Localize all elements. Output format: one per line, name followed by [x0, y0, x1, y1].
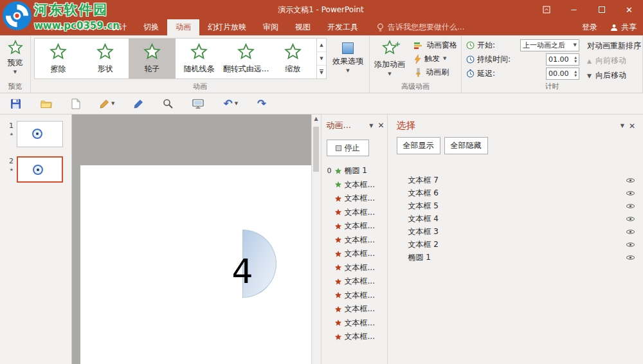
close-pane-icon[interactable]: ✕	[629, 122, 635, 131]
open-button[interactable]	[41, 99, 52, 109]
redo-button[interactable]: ↷	[257, 98, 266, 109]
shape-name-label: 文本框 5	[408, 201, 626, 212]
animation-list-item[interactable]: 文本框...	[327, 330, 385, 344]
ribbon-tab[interactable]: 视图	[287, 19, 319, 35]
edit-pen-button[interactable]	[134, 99, 143, 109]
minimize-button[interactable]: ─	[560, 0, 588, 19]
slide-thumbnail-preview[interactable]	[17, 121, 63, 147]
gallery-scroll-up-button[interactable]: ▲	[317, 39, 326, 52]
animation-effect-item[interactable]: 擦除	[35, 39, 82, 78]
ribbon-tab[interactable]: 设计	[103, 19, 135, 35]
slide-canvas[interactable]: 4	[72, 114, 311, 364]
ribbon-tab[interactable]: 开发工具	[319, 19, 367, 35]
visibility-eye-icon[interactable]	[626, 177, 635, 183]
slide[interactable]: 4	[80, 165, 311, 364]
screenshot-button[interactable]	[192, 99, 204, 109]
visibility-eye-icon[interactable]	[626, 229, 635, 235]
tellme-box[interactable]: 告诉我您想要做什么...	[377, 19, 464, 35]
ribbon-display-options-button[interactable]	[532, 0, 560, 19]
animation-painter-button[interactable]: 动画刷	[412, 66, 460, 78]
selection-list-item[interactable]: 文本框 6	[397, 187, 636, 199]
duration-input[interactable]: 01.00 ▲▼	[546, 53, 579, 66]
selection-list-item[interactable]: 文本框 7	[397, 174, 636, 187]
scrollbar-thumb[interactable]	[313, 127, 319, 172]
move-later-button[interactable]: ▼ 向后移动	[587, 70, 641, 81]
ribbon-tab[interactable]: 动画	[167, 19, 199, 35]
animation-indicator-icon[interactable]: ★	[10, 132, 14, 137]
animation-list-item[interactable]: 文本框...	[327, 206, 385, 220]
selection-list-item[interactable]: 文本框 5	[397, 199, 636, 212]
selection-list-item[interactable]: 椭圆 1	[397, 251, 636, 264]
animation-item-label: 文本框...	[345, 248, 375, 259]
share-button[interactable]: 共享	[610, 19, 637, 35]
slide-thumbnail[interactable]: 1 ★	[0, 121, 71, 147]
animation-list-item[interactable]: 0 椭圆 1	[327, 164, 385, 178]
hide-all-button[interactable]: 全部隐藏	[444, 137, 488, 154]
animation-list-item[interactable]: 文本框...	[327, 247, 385, 261]
animation-indicator-icon[interactable]: ★	[10, 167, 14, 172]
animation-list-item[interactable]: 文本框...	[327, 316, 385, 331]
vertical-scrollbar[interactable]: ▲	[311, 114, 321, 364]
animation-effect-item[interactable]: 轮子	[129, 39, 176, 78]
save-button[interactable]	[10, 98, 21, 109]
animation-list-item[interactable]: 文本框...	[327, 275, 385, 289]
selection-list-item[interactable]: 文本框 2	[397, 238, 636, 251]
ribbon-tab[interactable]: 插入	[71, 19, 103, 35]
animation-list-item[interactable]: 文本框...	[327, 289, 385, 303]
stop-button[interactable]: 停止	[327, 140, 369, 156]
animation-list-item[interactable]: 文本框...	[327, 261, 385, 275]
trigger-button[interactable]: 触发 ▼	[412, 53, 460, 65]
chevron-down-icon[interactable]: ▼	[620, 123, 624, 129]
animation-effect-item[interactable]: 随机线条	[176, 39, 222, 78]
visibility-eye-icon[interactable]	[626, 203, 635, 209]
slide-thumbnail[interactable]: 2 ★	[0, 156, 71, 183]
animation-effect-item[interactable]: 形状	[82, 39, 129, 78]
visibility-eye-icon[interactable]	[626, 190, 635, 196]
ribbon-tab[interactable]: 审阅	[255, 19, 287, 35]
move-earlier-button[interactable]: ▲ 向前移动	[587, 55, 641, 66]
undo-button[interactable]: ↶ ▼	[223, 98, 238, 109]
signin-label: 登录	[582, 22, 597, 33]
preview-button[interactable]: 预览 ▼	[8, 37, 23, 83]
animation-effect-label: 擦除	[51, 64, 66, 75]
close-button[interactable]: ✕	[615, 0, 643, 19]
visibility-eye-icon[interactable]	[626, 255, 635, 260]
animation-pane-button[interactable]: 动画窗格	[412, 39, 460, 51]
effect-options-button[interactable]: 效果选项 ▼	[329, 39, 367, 73]
selection-list-item[interactable]: 文本框 4	[397, 212, 636, 225]
spinner-icons[interactable]: ▲▼	[574, 56, 577, 63]
move-earlier-label: 向前移动	[595, 55, 626, 66]
close-pane-icon[interactable]: ✕	[377, 121, 384, 130]
animation-list-item[interactable]: 文本框...	[327, 302, 385, 316]
slide-thumbnail-preview[interactable]	[17, 156, 63, 183]
animation-effect-item[interactable]: 缩放	[269, 39, 316, 78]
visibility-eye-icon[interactable]	[626, 216, 635, 222]
new-file-button[interactable]	[71, 98, 80, 109]
animation-list-item[interactable]: 文本框...	[327, 233, 385, 248]
animation-list-item[interactable]: 文本框...	[327, 178, 385, 192]
delay-input[interactable]: 00.00 ▲▼	[546, 68, 579, 80]
animation-effect-item[interactable]: 翻转式由远...	[222, 39, 269, 78]
start-dropdown[interactable]: 上一动画之后 ▼	[520, 39, 579, 51]
animation-list-item[interactable]: 文本框...	[327, 219, 385, 233]
gallery-scroll-down-button[interactable]: ▼	[317, 52, 326, 66]
find-button[interactable]	[163, 98, 173, 109]
add-animation-button[interactable]: + 添加动画 ▼	[371, 37, 408, 83]
gallery-more-button[interactable]: ▼	[317, 66, 326, 78]
spinner-icons[interactable]: ▲▼	[574, 70, 577, 77]
show-all-button[interactable]: 全部显示	[397, 137, 440, 154]
visibility-eye-icon[interactable]	[626, 242, 635, 248]
quick-access-toolbar: ▼ ↶ ▼ ↷	[0, 93, 643, 114]
color-pen-icon	[100, 99, 109, 109]
scroll-up-icon[interactable]: ▲	[314, 116, 318, 125]
slide-text[interactable]: 4	[222, 250, 263, 293]
selection-list-item[interactable]: 文本框 3	[397, 225, 636, 238]
ribbon-tab[interactable]: 幻灯片放映	[199, 19, 255, 35]
maximize-button[interactable]	[588, 0, 615, 19]
chevron-down-icon[interactable]: ▼	[369, 123, 373, 129]
ribbon-tab[interactable]: 切换	[135, 19, 167, 35]
ribbon-tab[interactable]: 开始	[39, 19, 71, 35]
color-pen-button[interactable]: ▼	[100, 99, 114, 109]
signin-button[interactable]: 登录	[582, 19, 597, 35]
animation-list-item[interactable]: 文本框...	[327, 192, 385, 206]
